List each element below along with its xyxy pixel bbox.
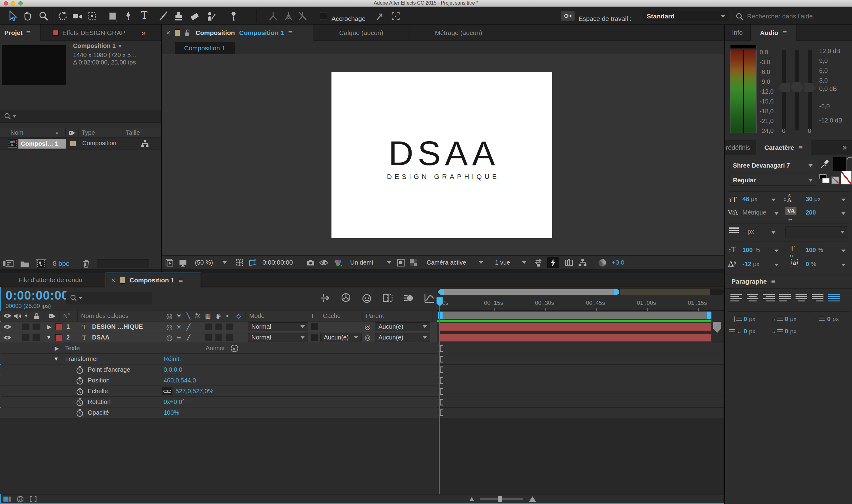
quality-toggle[interactable]: ╱ bbox=[187, 323, 190, 330]
justify-last-center-button[interactable] bbox=[795, 292, 808, 303]
property-group-row[interactable]: ▶ Texte Animer : ▸ bbox=[0, 343, 437, 354]
pickwhip-icon[interactable]: ◎ bbox=[365, 334, 370, 342]
tab-presets-truncated[interactable]: rédéfinis bbox=[726, 144, 750, 151]
indent-first-line-field[interactable]: → 0px bbox=[771, 316, 796, 323]
quality-toggle[interactable]: ╱ bbox=[187, 334, 190, 341]
audio-toggle[interactable] bbox=[22, 334, 30, 341]
stopwatch-icon[interactable] bbox=[76, 377, 84, 385]
viewer-breadcrumb[interactable]: Composition 1 bbox=[175, 42, 235, 54]
property-value[interactable]: 100% bbox=[164, 409, 179, 416]
justify-last-right-button[interactable] bbox=[811, 292, 824, 303]
primary-monitor-icon[interactable] bbox=[178, 258, 187, 267]
layer-duration-bar[interactable] bbox=[439, 334, 711, 342]
vertical-scale-caret[interactable] bbox=[774, 250, 779, 252]
pen-tool-button[interactable] bbox=[123, 11, 134, 21]
space-before-field[interactable]: → 0px bbox=[814, 316, 839, 323]
tracking-caret[interactable] bbox=[841, 212, 846, 215]
panel-overflow-icon[interactable]: » bbox=[141, 28, 145, 38]
timeline-nav-scrollbar[interactable] bbox=[437, 289, 724, 295]
zoom-out-mountain-icon[interactable] bbox=[469, 497, 474, 502]
stroke-width-field[interactable]: – px bbox=[742, 228, 754, 235]
panel-menu-icon[interactable]: ≡ bbox=[798, 144, 802, 151]
animate-button[interactable]: ▸ bbox=[231, 345, 238, 352]
align-center-button[interactable] bbox=[746, 292, 759, 303]
snap-arrow-icon[interactable] bbox=[375, 11, 385, 21]
layer-duration-bar[interactable] bbox=[439, 323, 711, 331]
type-tool-button[interactable]: T bbox=[139, 10, 150, 21]
column-size[interactable]: Taille bbox=[126, 129, 140, 136]
toggle-transfer-controls-icon[interactable] bbox=[17, 496, 24, 502]
stopwatch-icon[interactable] bbox=[76, 388, 84, 396]
space-after-field[interactable]: → 0px bbox=[771, 328, 796, 335]
lock-toggle[interactable] bbox=[33, 334, 40, 341]
project-search-input[interactable] bbox=[17, 113, 157, 120]
camera-dropdown[interactable]: Caméra active bbox=[424, 257, 486, 268]
align-left-button[interactable] bbox=[729, 292, 743, 303]
interpret-footage-icon[interactable] bbox=[3, 260, 14, 268]
eye-toggle[interactable] bbox=[3, 324, 12, 330]
track-matte-select[interactable]: Aucun(e) bbox=[321, 333, 362, 342]
time-ruler[interactable]: 0s 00 :15s 00 :30s 00 :45s 01 :00s 01 :1… bbox=[437, 296, 724, 311]
tab-composition-viewer[interactable]: × Composition Composition 1 ≡ bbox=[162, 24, 313, 41]
blend-mode-select[interactable]: Normal bbox=[248, 322, 308, 331]
font-size-field[interactable]: 48 px bbox=[742, 196, 758, 202]
horizontal-scale-caret[interactable] bbox=[841, 250, 846, 252]
comp-flowchart-icon[interactable] bbox=[578, 258, 587, 267]
audio-balance-handle[interactable] bbox=[790, 82, 804, 92]
blend-mode-select[interactable]: Normal bbox=[248, 333, 308, 342]
reset-exposure-icon[interactable] bbox=[598, 258, 608, 268]
font-family-select[interactable]: Shree Devanagari 7 bbox=[729, 160, 816, 171]
reset-button[interactable]: Réinit. bbox=[164, 356, 181, 362]
stroke-color-swatch[interactable] bbox=[841, 171, 852, 184]
help-search-icon[interactable] bbox=[736, 12, 744, 21]
help-search-input[interactable] bbox=[746, 12, 845, 21]
cube-3d-box[interactable] bbox=[226, 324, 233, 330]
property-value[interactable]: 460,0,544,0 bbox=[164, 377, 196, 384]
layer-row[interactable]: ▼ 2 T DSAA ☀ ╱ Normal Aucun(e) ◎ Aucun(e… bbox=[0, 332, 437, 343]
toggle-layer-switches-icon[interactable] bbox=[3, 496, 11, 502]
eyedropper-icon[interactable] bbox=[819, 159, 829, 170]
property-value[interactable]: 527,0,527,0% bbox=[176, 388, 213, 395]
grid-guides-icon[interactable] bbox=[235, 258, 244, 267]
nav-bar-right-handle[interactable] bbox=[614, 289, 619, 295]
layer-name[interactable]: DSAA bbox=[92, 334, 110, 341]
parent-select[interactable]: Aucun(e) bbox=[375, 322, 430, 331]
column-type[interactable]: Type bbox=[81, 129, 95, 136]
tab-timeline-composition[interactable]: × Composition 1 ≡ bbox=[106, 273, 201, 287]
timeline-search-input[interactable] bbox=[83, 294, 166, 302]
camera-tool-button[interactable] bbox=[72, 11, 83, 21]
shared-view-icon[interactable] bbox=[534, 258, 543, 267]
workspace-select[interactable]: Standard bbox=[643, 11, 729, 21]
align-right-button[interactable] bbox=[762, 292, 776, 303]
pickwhip-icon[interactable]: ◎ bbox=[365, 323, 370, 331]
rotation-tool-button[interactable] bbox=[57, 11, 68, 21]
font-style-select[interactable]: Regular bbox=[729, 175, 816, 186]
column-cache[interactable]: Cache bbox=[323, 312, 341, 320]
default-fill-stroke-icon[interactable] bbox=[819, 174, 830, 183]
always-preview-icon[interactable] bbox=[165, 258, 174, 267]
justify-all-button[interactable] bbox=[827, 292, 841, 303]
pan-behind-tool-button[interactable] bbox=[87, 11, 97, 21]
motion-blur-box[interactable] bbox=[215, 334, 222, 341]
collapse-toggle[interactable]: ☀ bbox=[176, 323, 182, 330]
work-area-bar[interactable] bbox=[438, 311, 711, 319]
tab-layer-viewer[interactable]: Calque (aucun) bbox=[314, 24, 409, 41]
column-name[interactable]: Nom bbox=[11, 129, 23, 136]
tab-character[interactable]: Caractère ≡ bbox=[756, 140, 811, 155]
kerning-caret[interactable] bbox=[774, 212, 779, 215]
panel-menu-icon[interactable]: ≡ bbox=[783, 29, 787, 37]
project-comp-title-row[interactable]: Composition 1 bbox=[73, 42, 122, 50]
project-item-row[interactable]: Composi… 1 Composition bbox=[0, 138, 161, 149]
bit-depth-button[interactable]: 8 bpc bbox=[53, 260, 69, 268]
column-parent[interactable]: Parent bbox=[366, 312, 384, 320]
indent-right-field[interactable]: ← 0px bbox=[729, 328, 755, 335]
stroke-style-select[interactable] bbox=[785, 226, 848, 238]
link-dimensions-icon[interactable] bbox=[162, 388, 173, 395]
hide-shy-layers-icon[interactable] bbox=[361, 292, 373, 304]
axis-world-icon[interactable] bbox=[283, 11, 294, 21]
horizontal-scale-field[interactable]: 100 % bbox=[806, 247, 823, 254]
column-t[interactable]: T bbox=[311, 312, 314, 320]
layer-color-swatch[interactable] bbox=[55, 334, 62, 341]
toggle-inout-columns-icon[interactable] bbox=[30, 496, 37, 502]
nav-bar[interactable] bbox=[438, 289, 619, 295]
